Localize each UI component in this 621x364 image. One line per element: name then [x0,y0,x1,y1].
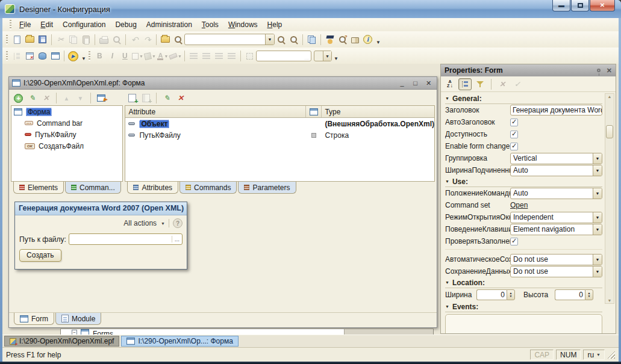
bold-button[interactable]: B [93,50,106,63]
help-button[interactable]: ? [173,218,183,228]
section-general[interactable]: General: [445,93,602,104]
width-spinner[interactable]: 0▲▼ [476,289,515,300]
show-important-button[interactable] [473,78,487,90]
command-set-link[interactable]: Open [510,201,528,209]
toolbar-overflow-button[interactable]: ▼ [376,35,381,45]
apply-button[interactable]: ✓ [511,78,524,90]
border-button[interactable]: ▼ [131,50,144,63]
autotitle-checkbox[interactable] [510,119,518,126]
help-contents-button[interactable] [349,33,361,46]
discard-button[interactable]: ✕ [496,78,509,90]
print-preview-button[interactable] [110,33,123,46]
attribute-row-object[interactable]: Объект (ВнешняяОбработка.OpenXml) [125,118,434,129]
tab-command-interface[interactable]: Comman... [65,182,121,194]
move-up-button[interactable]: ▲ [60,92,73,105]
info-button[interactable]: i [361,33,374,46]
create-button[interactable]: Создать [19,249,61,262]
scroll-down-icon[interactable]: ▼ [605,298,614,303]
cut-button[interactable]: ✂ [54,33,67,46]
save-data-checkbox[interactable] [311,133,316,138]
add-attribute-button[interactable] [126,92,139,105]
check-form-button[interactable]: ▶ [95,92,107,105]
format-text-field[interactable]: ... [256,51,311,61]
menu-tools[interactable]: Tools [197,19,223,31]
print-button[interactable] [98,33,110,46]
run-dropdown-button[interactable]: ▼ [81,51,86,61]
menu-edit[interactable]: Edit [36,19,58,31]
find-next-button[interactable] [275,33,287,46]
open-button[interactable] [23,33,36,46]
align-left-button[interactable] [187,50,200,63]
menu-administration[interactable]: Administration [142,19,197,31]
tab-elements[interactable]: Elements [13,182,64,194]
section-location[interactable]: Location: [445,277,602,288]
attribute-row-path[interactable]: ПутьКФайлу Строка [125,129,434,141]
new-document-button[interactable] [11,33,23,46]
paste-button[interactable] [80,33,92,46]
toolbar-grip[interactable] [6,35,8,45]
menu-help[interactable]: Help [263,19,287,31]
spinner-arrows-icon[interactable]: ▲▼ [507,289,515,300]
auto-save-combobox[interactable]: Do not use▼ [510,254,602,265]
menu-windows[interactable]: Windows [223,19,263,31]
properties-close-button[interactable]: ✕ [607,67,612,75]
language-selector[interactable]: ru▼ [583,350,605,360]
fill-color-button[interactable]: ▼ [144,50,157,63]
height-spinner[interactable]: 0▲▼ [555,289,593,300]
column-use-always[interactable] [306,106,322,117]
selection-mode-button[interactable] [243,50,256,63]
tab-commands[interactable]: Commands [179,182,237,194]
scrollbar-thumb[interactable] [606,125,613,138]
save-button[interactable] [36,33,49,46]
tab-module[interactable]: Module [55,313,101,325]
sort-by-category-button[interactable] [458,78,472,90]
child-minimize-button[interactable]: _ [397,79,407,87]
move-down-button[interactable]: ▼ [74,92,87,105]
collapse-icon[interactable]: − [72,330,77,335]
title-input[interactable]: Генерация документа Word 2007 (Open XML) [510,105,602,116]
properties-scrollbar[interactable]: ▲ ▼ [605,93,614,304]
tab-attributes[interactable]: Attributes [127,182,178,194]
edit-attribute-button[interactable]: ✎ [160,92,173,105]
enable-form-change-checkbox[interactable] [510,143,518,150]
font-color-button[interactable]: A▼ [157,50,169,63]
copy-format-button[interactable] [305,33,318,46]
section-events[interactable]: Events: [445,301,602,312]
browse-ellipsis-button[interactable]: ... [172,236,182,242]
start-debugging-button[interactable]: ▶ [67,50,80,63]
edit-element-button[interactable]: ✎ [26,92,39,105]
align-right-button[interactable] [213,50,225,63]
tree-item-create-button[interactable]: OK СоздатьФайл [11,140,122,152]
scroll-up-icon[interactable]: ▲ [605,94,614,99]
find-in-files-button[interactable] [159,33,172,46]
tree-item-path-field[interactable]: ПутьКФайлу [11,129,122,140]
tree-item-command-bar[interactable]: Command bar [11,117,122,129]
italic-button[interactable]: I [106,50,119,63]
child-maximize-button[interactable]: □ [410,79,420,87]
close-button[interactable]: ✕ [590,0,615,11]
format-grip[interactable] [89,51,90,61]
undo-button[interactable]: ↶ [128,33,141,46]
events-area[interactable] [445,314,602,333]
menu-file[interactable]: File [14,19,36,31]
spinner-arrows-icon[interactable]: ▲▼ [585,289,593,300]
section-use[interactable]: Use: [445,176,602,187]
column-attribute[interactable]: Attribute [125,106,306,117]
data-save-combobox[interactable]: Do not use▼ [510,266,602,277]
syntax-check-button[interactable] [323,33,336,46]
eraser-button[interactable]: ▼ [169,50,182,63]
add-column-button[interactable] [140,92,152,105]
tab-form[interactable]: Form [14,313,54,325]
command-bar-position-combobox[interactable]: Auto▼ [510,188,602,199]
pin-icon[interactable] [597,69,601,72]
toolbar2-grip[interactable] [6,51,8,61]
window-tab-epf[interactable]: I:\290-OpenXml\OpenXml.epf [4,336,119,347]
update-database-button[interactable] [36,50,49,63]
window-open-mode-combobox[interactable]: Independent▼ [510,212,602,223]
add-element-button[interactable]: + [12,92,25,105]
menu-configuration[interactable]: Configuration [58,19,110,31]
browse-button[interactable]: ... [302,55,311,61]
configuration-tree-button[interactable] [11,50,23,63]
search-combobox[interactable]: ▼ [184,34,275,45]
maximize-button[interactable] [571,0,589,11]
